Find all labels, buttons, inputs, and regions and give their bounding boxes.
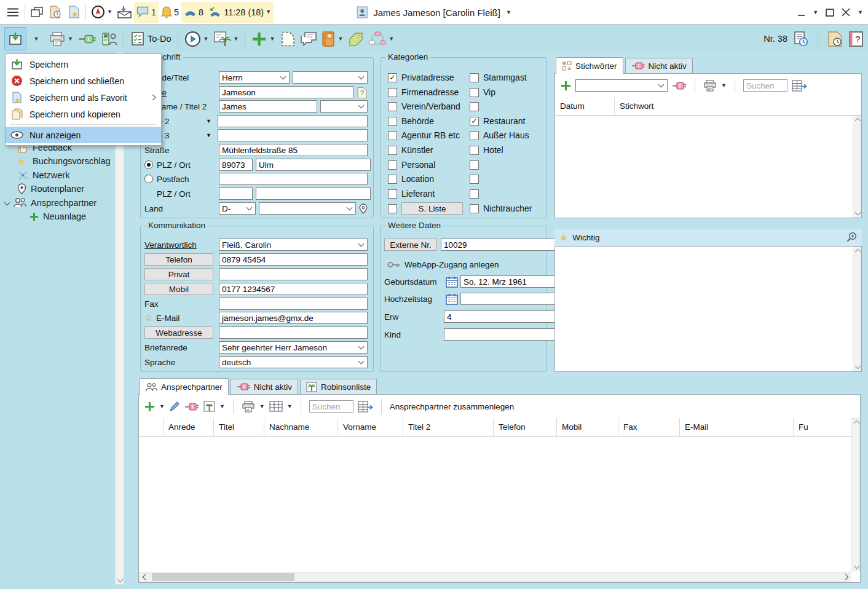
workflow-button[interactable]: ▼	[366, 28, 397, 50]
tab-nicht-aktiv[interactable]: Nicht aktiv	[231, 379, 298, 394]
column-header-select[interactable]	[148, 418, 164, 436]
add-contact-button[interactable]	[144, 401, 155, 412]
new-button[interactable]: ▼	[249, 28, 277, 50]
checkbox[interactable]	[470, 146, 479, 155]
checkbox[interactable]	[388, 117, 397, 126]
keyword-select[interactable]	[575, 79, 668, 92]
erw-input[interactable]	[444, 310, 559, 323]
anrede-select[interactable]: Herrn	[219, 71, 290, 84]
scroll-down-arrow[interactable]	[116, 575, 124, 584]
deactivate-contact-button[interactable]	[184, 403, 199, 411]
checkbox[interactable]: ✓	[470, 117, 479, 126]
checkbox[interactable]	[388, 146, 397, 155]
land-select[interactable]	[259, 202, 356, 215]
dropdown-arrow[interactable]: ▼	[107, 9, 112, 15]
checkbox[interactable]	[388, 160, 397, 170]
column-header[interactable]: Titel 2	[403, 418, 494, 436]
checkbox[interactable]	[388, 204, 397, 213]
save-dropdown-button[interactable]: ▼	[26, 28, 47, 50]
dropdown-arrow[interactable]: ▼	[337, 36, 343, 42]
scroll-up-arrow[interactable]	[853, 247, 862, 256]
chevron-down-icon[interactable]	[4, 200, 10, 206]
print-keywords-button[interactable]	[703, 80, 717, 92]
sidebar-item-ansprechpartner[interactable]: Ansprechpartner	[5, 197, 97, 208]
export-table-icon[interactable]	[358, 401, 373, 413]
edit-pencil-icon[interactable]	[169, 401, 180, 412]
scroll-up-arrow[interactable]	[853, 116, 862, 125]
externe-nr-button[interactable]: Externe Nr.	[384, 239, 437, 251]
dropdown-arrow[interactable]: ▼	[389, 36, 394, 42]
column-header[interactable]: Fax	[618, 418, 680, 436]
column-header[interactable]: Fu	[794, 418, 848, 436]
plzort-radio[interactable]	[144, 160, 153, 169]
mobil-button[interactable]: Mobil	[144, 283, 213, 295]
plz-input[interactable]	[219, 159, 253, 171]
privat-button[interactable]: Privat	[144, 268, 213, 280]
checkbox[interactable]	[470, 160, 479, 170]
favorites-button[interactable]: ★	[65, 2, 83, 23]
zeile3-dropdown-arrow[interactable]: ▼	[206, 132, 218, 138]
map-pin-icon[interactable]	[359, 204, 368, 214]
print-button[interactable]: ▼	[47, 28, 76, 50]
tab-stichwoerter[interactable]: Stichwörter	[556, 57, 623, 74]
column-header[interactable]: Vorname	[338, 418, 403, 436]
dropdown-arrow[interactable]: ▼	[234, 36, 239, 42]
checkbox[interactable]	[470, 73, 479, 82]
vorname-input[interactable]	[219, 100, 317, 113]
maximize-button[interactable]	[826, 9, 834, 17]
checkbox[interactable]	[470, 175, 479, 184]
checkbox[interactable]	[388, 102, 397, 111]
vacation-report-button[interactable]: ▼	[211, 28, 242, 50]
menu-item-nur-anzeigen[interactable]: Nur anzeigen	[6, 127, 161, 143]
incoming-call-button[interactable]: 11:28 (18) ▼	[206, 2, 274, 23]
titel-select[interactable]	[293, 71, 368, 84]
scroll-down-arrow[interactable]	[852, 561, 861, 571]
todo-button[interactable]: To-Do	[128, 28, 174, 50]
zeile3-input[interactable]	[218, 129, 368, 141]
tag-button[interactable]	[345, 28, 366, 50]
tab-nicht-aktiv[interactable]: Nicht aktiv	[625, 58, 693, 73]
zeile2-input[interactable]	[218, 115, 368, 127]
print-contacts-button[interactable]	[242, 401, 255, 413]
sidebar-item-netzwerk[interactable]: Netzwerk	[17, 170, 69, 181]
mail-inbox-button[interactable]	[115, 2, 134, 23]
sidebar-item-neuanlage[interactable]: Neuanlage	[30, 211, 86, 221]
checkbox[interactable]	[470, 102, 479, 111]
webadresse-input[interactable]	[219, 326, 368, 339]
dropdown-arrow[interactable]: ▼	[159, 404, 165, 409]
column-header[interactable]: Mobil	[557, 418, 618, 436]
document-history-button[interactable]	[827, 31, 843, 47]
kind-input[interactable]	[444, 328, 559, 341]
dropdown-arrow[interactable]: ▼	[269, 36, 275, 42]
menu-item-speichern-und-kopieren[interactable]: Speichern und kopieren	[6, 106, 161, 122]
zeile2-dropdown-arrow[interactable]: ▼	[206, 118, 218, 124]
checkbox[interactable]	[470, 131, 479, 140]
verantwortlich-label[interactable]: Verantwortlich	[144, 240, 219, 250]
address-book-button[interactable]: ▼	[319, 28, 345, 50]
checkbox[interactable]	[388, 131, 397, 140]
checkbox[interactable]	[388, 88, 397, 97]
wichtig-scrollbar[interactable]	[853, 247, 861, 371]
checkbox[interactable]	[388, 189, 397, 199]
telefon-input[interactable]	[219, 253, 368, 266]
sprache-select[interactable]: deutsch	[219, 356, 368, 368]
land-code-select[interactable]: D-	[219, 202, 256, 215]
strasse-input[interactable]	[219, 144, 368, 156]
close-button[interactable]	[842, 8, 850, 17]
menu-item-speichern[interactable]: Speichern	[6, 56, 161, 73]
contacts-table-body[interactable]	[139, 437, 851, 571]
postfach-input[interactable]	[219, 173, 368, 185]
sidebar-item-routenplaner[interactable]: Routenplaner	[17, 183, 84, 194]
deactivate-button[interactable]	[76, 28, 99, 50]
tab-ansprechpartner[interactable]: Ansprechpartner	[140, 378, 229, 395]
magnifier-plus-icon[interactable]	[846, 232, 857, 243]
export-table-icon[interactable]	[792, 80, 807, 92]
minimize-dropdown-arrow[interactable]: ▼	[813, 10, 818, 15]
recent-documents-button[interactable]	[46, 2, 65, 23]
column-header[interactable]: E-Mail	[680, 418, 794, 436]
add-keyword-button[interactable]	[561, 81, 571, 91]
navigation-button[interactable]: ▼	[89, 2, 115, 23]
column-header[interactable]: Anrede	[164, 418, 214, 436]
fax-input[interactable]	[219, 298, 368, 310]
webadresse-button[interactable]: Webadresse	[144, 326, 213, 339]
